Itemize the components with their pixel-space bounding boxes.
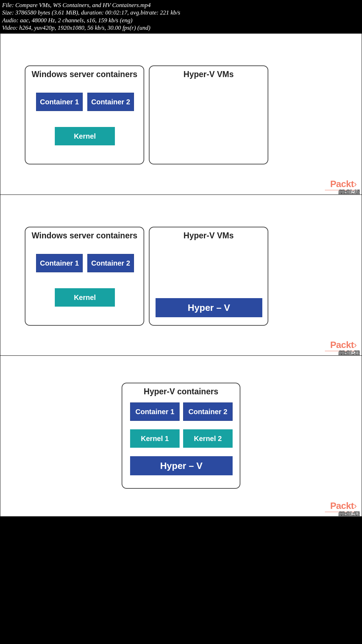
kernel-1-block: Kernel 1 (130, 429, 180, 448)
panel-title: Hyper-V VMs (150, 231, 268, 240)
panel-title: Hyper-V VMs (150, 70, 268, 79)
file-line: File: Compare VMs, WS Containers, and HV… (2, 1, 360, 9)
container-2-block: Container 2 (87, 254, 134, 272)
ws-containers-panel: Windows server containers Container 1 Co… (25, 65, 144, 164)
size-line: Size: 3786580 bytes (3.61 MiB), duration… (2, 9, 360, 16)
panel-title: Hyper-V containers (122, 387, 240, 396)
packt-logo: Packt› (330, 500, 357, 511)
kernel-2-block: Kernel 2 (183, 429, 233, 448)
hyperv-containers-panel: Hyper-V containers Container 1 Container… (122, 383, 240, 489)
container-1-block: Container 1 (36, 93, 83, 111)
container-2-block: Container 2 (87, 93, 134, 111)
packt-logo: Packt› (330, 179, 357, 190)
container-2-block: Container 2 (183, 402, 233, 421)
panel-title: Windows server containers (25, 70, 144, 79)
packt-logo: Packt› (330, 340, 357, 350)
frame-2: Windows server containers Container 1 Co… (0, 195, 362, 355)
panel-title: Windows server containers (25, 231, 144, 240)
frame-1: Windows server containers Container 1 Co… (0, 34, 362, 195)
kernel-block: Kernel (55, 288, 115, 307)
hyperv-vms-panel: Hyper-V VMs Hyper – V (149, 227, 268, 326)
timecode: 00:01:53 (339, 511, 360, 516)
file-info-header: File: Compare VMs, WS Containers, and HV… (0, 0, 362, 34)
hyperv-vms-panel: Hyper-V VMs (149, 65, 268, 164)
hyperv-block: Hyper – V (156, 298, 262, 317)
audio-line: Audio: aac, 48000 Hz, 2 channels, s16, 1… (2, 17, 360, 24)
frame-3: Hyper-V containers Container 1 Container… (0, 355, 362, 516)
container-1-block: Container 1 (36, 254, 83, 272)
hyperv-block: Hyper – V (130, 456, 233, 475)
kernel-block: Kernel (55, 127, 115, 145)
container-1-block: Container 1 (130, 402, 180, 421)
ws-containers-panel: Windows server containers Container 1 Co… (25, 227, 144, 326)
video-line: Video: h264, yuv420p, 1920x1080, 56 kb/s… (2, 24, 360, 31)
